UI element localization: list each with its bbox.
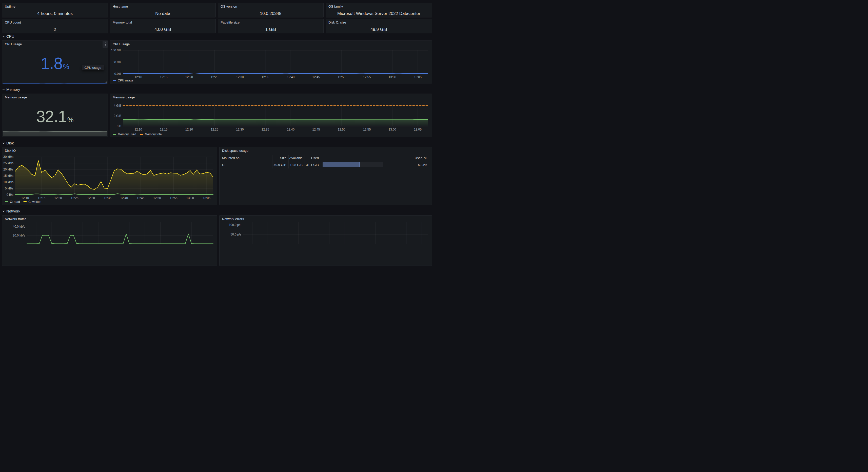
panel-title[interactable]: Hostname: [113, 5, 128, 8]
section-row-memory[interactable]: Memory: [2, 87, 20, 92]
panel-title[interactable]: CPU usage: [113, 42, 130, 46]
panel-title[interactable]: Memory usage: [5, 95, 27, 99]
panel-title[interactable]: CPU usage: [5, 42, 22, 46]
network-errors-chart[interactable]: 50.0 p/s100.0 p/s: [220, 222, 431, 236]
panel-title[interactable]: Disk IO: [5, 149, 16, 153]
memory_usage-legend: Memory usedMemory total: [113, 133, 162, 136]
panel-title[interactable]: OS family: [329, 5, 343, 8]
network-traffic-chart[interactable]: 20.0 kb/s40.0 kb/s: [3, 222, 217, 236]
svg-text:50.0 p/s: 50.0 p/s: [230, 233, 241, 236]
svg-text:20 kB/s: 20 kB/s: [3, 168, 13, 171]
disk-space-table: Mounted on Size Available Used Used, % C…: [222, 155, 429, 168]
cpu-usage-chart-panel: CPU usage 12:1012:1512:2012:2512:3012:35…: [110, 40, 432, 83]
svg-text:12:50: 12:50: [153, 196, 161, 200]
svg-text:12:25: 12:25: [71, 196, 79, 200]
stat-value: 4.00 GiB: [110, 27, 215, 32]
col-header-available[interactable]: Available: [288, 155, 305, 161]
panel-title[interactable]: OS version: [221, 5, 237, 8]
svg-text:13:00: 13:00: [389, 75, 396, 79]
svg-text:13:05: 13:05: [414, 128, 422, 131]
legend-marker-icon: [140, 134, 143, 135]
legend-item[interactable]: Memory total: [140, 133, 162, 136]
svg-text:12:10: 12:10: [21, 196, 29, 200]
svg-text:12:40: 12:40: [120, 196, 128, 200]
legend-item[interactable]: C: written: [23, 200, 41, 204]
panel-resize-handle[interactable]: [105, 81, 107, 83]
cell-used: 31.1 GiB: [305, 161, 321, 168]
svg-text:12:45: 12:45: [312, 75, 320, 79]
svg-text:12:15: 12:15: [160, 128, 167, 131]
disk-io-chart-panel: Disk IO 12:1012:1512:2012:2512:3012:3512…: [2, 147, 217, 205]
disk-io-chart[interactable]: 12:1012:1512:2012:2512:3012:3512:4012:45…: [3, 154, 217, 204]
cell-used-pct: 62.4%: [384, 163, 429, 167]
svg-text:13:05: 13:05: [414, 75, 422, 79]
svg-text:12:20: 12:20: [185, 75, 193, 79]
cpu-usage-chart[interactable]: 12:1012:1512:2012:2512:3012:3512:4012:45…: [111, 47, 431, 83]
section-row-network[interactable]: Network: [2, 208, 20, 214]
stat-unit: %: [67, 116, 74, 124]
svg-text:12:15: 12:15: [38, 196, 45, 200]
panel-title[interactable]: CPU count: [5, 21, 21, 24]
disk_io-legend: C: readC: written: [5, 200, 41, 204]
cpu_sparkline-plot[interactable]: [3, 81, 107, 84]
cpu-usage-data-link[interactable]: CPU usage: [82, 65, 104, 70]
svg-text:4 GiB: 4 GiB: [114, 104, 121, 107]
cell-usage-bar: [321, 161, 384, 168]
svg-text:12:25: 12:25: [211, 75, 218, 79]
network_traffic-plot[interactable]: 20.0 kb/s40.0 kb/s: [3, 222, 217, 236]
panel-title[interactable]: Disk space usage: [222, 149, 248, 153]
panel-title[interactable]: Disk C: size: [329, 21, 346, 24]
legend-item[interactable]: C: read: [5, 200, 20, 204]
svg-text:12:55: 12:55: [363, 75, 371, 79]
panel-menu-button[interactable]: [102, 41, 107, 48]
stat-value: 49.9 GiB: [326, 27, 432, 32]
os-version-panel: OS version 10.0.20348: [218, 3, 323, 18]
disk_io-plot[interactable]: 12:1012:1512:2012:2512:3012:3512:4012:45…: [3, 154, 217, 204]
chevron-down-icon: [2, 142, 5, 145]
memory_sparkline-plot[interactable]: [3, 130, 107, 137]
svg-text:30 kB/s: 30 kB/s: [3, 155, 13, 159]
stat-value: 4 hours, 0 minutes: [2, 11, 107, 16]
col-header-size[interactable]: Size: [272, 155, 288, 161]
network_errors-plot[interactable]: 50.0 p/s100.0 p/s: [220, 222, 431, 236]
svg-text:13:05: 13:05: [203, 196, 210, 200]
cpu_usage-plot[interactable]: 12:1012:1512:2012:2512:3012:3512:4012:45…: [111, 47, 431, 83]
svg-text:40.0 kb/s: 40.0 kb/s: [13, 225, 25, 228]
col-header-used-pct[interactable]: Used, %: [384, 156, 429, 160]
svg-text:5 kB/s: 5 kB/s: [5, 187, 13, 190]
pagefile-size-panel: Pagefile size 1 GiB: [218, 19, 323, 33]
section-row-cpu[interactable]: CPU: [2, 33, 14, 39]
memory-usage-stat-panel: Memory usage 32.1%: [2, 94, 108, 137]
svg-text:12:50: 12:50: [338, 75, 345, 79]
cell-size: 49.9 GiB: [272, 161, 288, 168]
svg-text:12:20: 12:20: [54, 196, 62, 200]
table-header-row: Mounted on Size Available Used Used, %: [222, 155, 429, 161]
memory_usage-plot[interactable]: 12:1012:1512:2012:2512:3012:3512:4012:45…: [111, 100, 431, 137]
col-header-mounted-on[interactable]: Mounted on: [222, 156, 272, 160]
panel-title[interactable]: Pagefile size: [221, 21, 240, 24]
disk-space-usage-panel: Disk space usage Mounted on Size Availab…: [219, 147, 432, 205]
section-row-disk[interactable]: Disk: [2, 140, 14, 146]
legend-item[interactable]: CPU usage: [113, 79, 133, 82]
svg-text:12:35: 12:35: [261, 75, 269, 79]
panel-title[interactable]: Uptime: [5, 5, 16, 8]
panel-title[interactable]: Memory usage: [113, 95, 135, 99]
panel-title[interactable]: Memory total: [113, 21, 132, 24]
svg-text:12:45: 12:45: [312, 128, 320, 131]
uptime-panel: Uptime 4 hours, 0 minutes: [2, 3, 108, 18]
svg-text:12:55: 12:55: [363, 128, 371, 131]
disk-usage-bar: [322, 162, 360, 167]
panel-title[interactable]: Network errors: [222, 217, 244, 221]
cpu-sparkline: [3, 80, 107, 83]
panel-title[interactable]: Network traffic: [5, 217, 26, 221]
svg-text:12:20: 12:20: [185, 128, 193, 131]
col-header-used[interactable]: Used: [305, 155, 321, 161]
memory-usage-chart[interactable]: 12:1012:1512:2012:2512:3012:3512:4012:45…: [111, 100, 431, 137]
section-label: Disk: [6, 141, 14, 145]
cpu_usage-legend: CPU usage: [113, 79, 133, 82]
legend-item[interactable]: Memory used: [113, 133, 136, 136]
svg-text:0.0%: 0.0%: [115, 72, 122, 76]
cpu-count-panel: CPU count 2: [2, 19, 108, 33]
svg-text:50.0%: 50.0%: [113, 61, 121, 64]
svg-text:0 B: 0 B: [117, 125, 121, 128]
